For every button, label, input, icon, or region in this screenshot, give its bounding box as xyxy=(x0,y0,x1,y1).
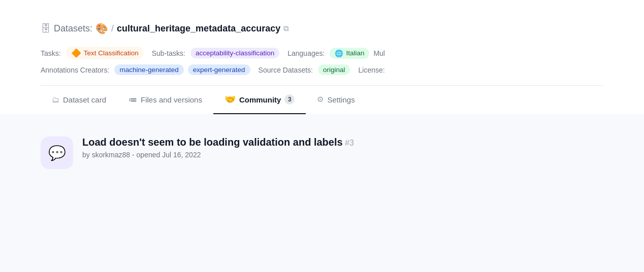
languages-label: Languages: xyxy=(287,49,325,57)
discussion-number: #3 xyxy=(345,139,354,147)
breadcrumb-slash: / xyxy=(111,23,114,34)
discussion-avatar: 💬 xyxy=(41,137,73,169)
dataset-card-icon: 🗂 xyxy=(52,95,59,104)
avatar-icon: 💬 xyxy=(48,145,66,161)
annotation-chip-1[interactable]: machine-generated xyxy=(114,64,183,75)
tab-settings-label: Settings xyxy=(327,95,355,104)
tags-row-1: Tasks: 🔶 Text Classification Sub-tasks: … xyxy=(41,43,603,62)
discussion-meta: by skorkmaz88 - opened Jul 16, 2022 xyxy=(82,151,354,159)
language-chip[interactable]: 🌐 Italian xyxy=(330,48,369,59)
tab-community[interactable]: 🤝 Community 3 xyxy=(213,86,306,114)
copy-icon[interactable]: ⧉ xyxy=(283,24,289,33)
task-chip[interactable]: 🔶 Text Classification xyxy=(66,47,144,59)
annotation-chip-2-label: expert-generated xyxy=(193,66,245,74)
annotation-chip-2[interactable]: expert-generated xyxy=(188,64,250,75)
globe-icon: 🌐 xyxy=(335,49,343,57)
community-icon: 🤝 xyxy=(224,94,236,105)
tab-settings[interactable]: ⚙ Settings xyxy=(306,87,366,113)
task-icon: 🔶 xyxy=(71,48,81,58)
settings-icon: ⚙ xyxy=(317,95,324,104)
annotations-label: Annotations Creators: xyxy=(41,66,109,74)
content-area: 💬 Load doesn't seem to be loading valida… xyxy=(0,114,644,216)
source-chip-label: original xyxy=(323,66,345,74)
tags-row-2: Annotations Creators: machine-generated … xyxy=(41,62,603,79)
breadcrumb: 🗄 Datasets: 🎨 / cultural_heritage_metada… xyxy=(41,12,603,43)
subtasks-label: Sub-tasks: xyxy=(152,49,185,57)
source-label: Source Datasets: xyxy=(259,66,313,74)
tabs-row: 🗂 Dataset card ≔ Files and versions 🤝 Co… xyxy=(41,86,603,114)
language-name: Italian xyxy=(346,49,364,57)
source-chip[interactable]: original xyxy=(318,64,350,75)
datasets-label: Datasets: xyxy=(54,23,92,34)
page-container: 🗄 Datasets: 🎨 / cultural_heritage_metada… xyxy=(0,0,644,114)
discussion-title[interactable]: Load doesn't seem to be loading validati… xyxy=(82,137,343,148)
license-label: License: xyxy=(358,66,384,74)
tab-dataset-card[interactable]: 🗂 Dataset card xyxy=(41,87,117,113)
tab-dataset-card-label: Dataset card xyxy=(63,95,106,104)
annotation-chip-1-label: machine-generated xyxy=(119,66,178,74)
more-label: Mul xyxy=(373,49,385,57)
task-name: Text Classification xyxy=(84,49,139,57)
subtask-chip-label: acceptability-classification xyxy=(196,49,274,57)
community-badge: 3 xyxy=(284,94,295,105)
subtask-chip[interactable]: acceptability-classification xyxy=(190,48,279,58)
repo-name[interactable]: cultural_heritage_metadata_accuracy xyxy=(117,23,280,34)
database-icon: 🗄 xyxy=(41,23,51,35)
tasks-label: Tasks: xyxy=(41,49,61,57)
discussion-item[interactable]: 💬 Load doesn't seem to be loading valida… xyxy=(41,128,603,177)
discussion-content: Load doesn't seem to be loading validati… xyxy=(82,137,354,159)
tab-files-versions[interactable]: ≔ Files and versions xyxy=(117,86,213,114)
tab-files-versions-label: Files and versions xyxy=(141,95,202,104)
owner-emoji: 🎨 xyxy=(95,22,108,35)
files-versions-icon: ≔ xyxy=(128,94,137,105)
discussion-title-row: Load doesn't seem to be loading validati… xyxy=(82,137,354,148)
tab-community-label: Community xyxy=(239,95,281,104)
